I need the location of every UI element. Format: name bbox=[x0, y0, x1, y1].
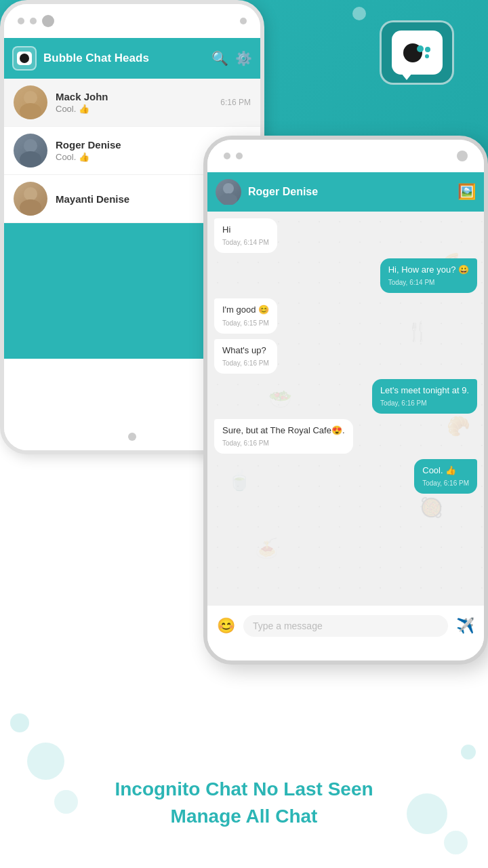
msg-cafe-text: Sure, but at The Royal Cafe😍. bbox=[222, 425, 345, 437]
emoji-icon[interactable]: 😊 bbox=[217, 617, 235, 635]
msg-good: I'm good 😊 Today, 6:15 PM bbox=[214, 298, 277, 333]
header-logo bbox=[12, 46, 37, 71]
notch-dot-4 bbox=[240, 18, 247, 24]
avatar-mack bbox=[14, 85, 47, 119]
svg-point-3 bbox=[20, 151, 41, 167]
home-dot bbox=[128, 433, 136, 441]
chat-info-mack: Mack John Cool. 👍 bbox=[56, 91, 212, 114]
svg-point-6 bbox=[223, 183, 234, 194]
phone-2: Roger Denise 🖼️ 🍽️ 🍕 🥄 🍴 🥗 🥐 🍵 🥘 🍝 Hi To… bbox=[203, 136, 488, 665]
notch-dot-2 bbox=[30, 18, 37, 24]
msg-meet: Let's meet tonight at 9. Today, 6:16 PM bbox=[372, 379, 477, 414]
deco-blob-6 bbox=[461, 745, 476, 760]
contact-name-mack: Mack John bbox=[56, 91, 212, 102]
deco-blob-1 bbox=[27, 743, 64, 780]
deco-blob-5 bbox=[10, 713, 29, 732]
messages-area: 🍽️ 🍕 🥄 🍴 🥗 🥐 🍵 🥘 🍝 Hi Today, 6:14 PM Hi,… bbox=[207, 212, 484, 605]
avatar-mayanti bbox=[14, 182, 47, 216]
deco-circle-4 bbox=[352, 7, 366, 20]
msg-whatsup: What's up? Today, 6:16 PM bbox=[214, 339, 277, 374]
svg-point-7 bbox=[220, 193, 237, 205]
input-bar: 😊 Type a message ✈️ bbox=[207, 605, 484, 646]
msg-good-text: I'm good 😊 bbox=[222, 304, 269, 316]
msg-cafe-time: Today, 6:16 PM bbox=[222, 439, 345, 448]
msg-hi-reply-time: Today, 6:14 PM bbox=[388, 278, 469, 288]
app-icon bbox=[380, 20, 454, 85]
msg-meet-time: Today, 6:16 PM bbox=[380, 399, 469, 408]
notch-dot-1 bbox=[18, 18, 24, 24]
chat-header: Roger Denise 🖼️ bbox=[207, 172, 484, 212]
svg-point-1 bbox=[20, 103, 41, 119]
msg-whatsup-text: What's up? bbox=[222, 344, 269, 357]
settings-icon[interactable]: ⚙️ bbox=[235, 50, 252, 66]
svg-point-0 bbox=[24, 91, 37, 104]
header-logo-dot bbox=[20, 54, 29, 63]
msg-cool-time: Today, 6:16 PM bbox=[422, 479, 469, 488]
app-icon-inner bbox=[392, 31, 443, 75]
svg-point-4 bbox=[24, 187, 37, 201]
msg-cool: Cool. 👍 Today, 6:16 PM bbox=[414, 459, 477, 494]
msg-cafe: Sure, but at The Royal Cafe😍. Today, 6:1… bbox=[214, 419, 353, 454]
deco-blob-2 bbox=[54, 790, 78, 814]
msg-cool-text: Cool. 👍 bbox=[422, 465, 469, 477]
header-title: Bubble Chat Heads bbox=[43, 52, 205, 65]
chat-item-mack[interactable]: Mack John Cool. 👍 6:16 PM bbox=[4, 79, 260, 127]
msg-hi-time: Today, 6:14 PM bbox=[222, 238, 269, 248]
avatar-roger bbox=[14, 134, 47, 167]
deco-blob-3 bbox=[407, 793, 447, 834]
msg-hi-reply: Hi, How are you? 😀 Today, 6:14 PM bbox=[380, 258, 477, 293]
phone-1-notch bbox=[4, 4, 260, 38]
svg-point-5 bbox=[20, 199, 41, 216]
chat-preview-mack: Cool. 👍 bbox=[56, 104, 212, 114]
chat-header-avatar bbox=[216, 179, 241, 205]
msg-hi-text: Hi bbox=[222, 224, 269, 236]
svg-point-2 bbox=[24, 139, 37, 153]
chat-time-mack: 6:16 PM bbox=[220, 98, 251, 107]
msg-whatsup-time: Today, 6:16 PM bbox=[222, 359, 269, 368]
header-icons: 🔍 ⚙️ bbox=[211, 50, 252, 66]
message-input[interactable]: Type a message bbox=[243, 615, 448, 637]
p2-dot-camera bbox=[457, 151, 468, 161]
send-icon[interactable]: ✈️ bbox=[456, 617, 474, 635]
input-placeholder: Type a message bbox=[253, 620, 323, 631]
gallery-icon[interactable]: 🖼️ bbox=[458, 183, 476, 201]
phone-2-notch bbox=[207, 140, 484, 172]
deco-blob-4 bbox=[444, 831, 468, 854]
app-header: Bubble Chat Heads 🔍 ⚙️ bbox=[4, 38, 260, 79]
p2-dot-1 bbox=[224, 153, 230, 159]
notch-dot-3 bbox=[42, 15, 54, 27]
app-icon-dot bbox=[403, 43, 422, 62]
msg-hi-reply-text: Hi, How are you? 😀 bbox=[388, 264, 469, 276]
chat-contact-name: Roger Denise bbox=[248, 186, 451, 198]
msg-good-time: Today, 6:15 PM bbox=[222, 319, 269, 328]
msg-meet-text: Let's meet tonight at 9. bbox=[380, 384, 469, 397]
search-icon[interactable]: 🔍 bbox=[211, 50, 228, 66]
msg-hi: Hi Today, 6:14 PM bbox=[214, 218, 277, 253]
p2-dot-2 bbox=[236, 153, 243, 159]
